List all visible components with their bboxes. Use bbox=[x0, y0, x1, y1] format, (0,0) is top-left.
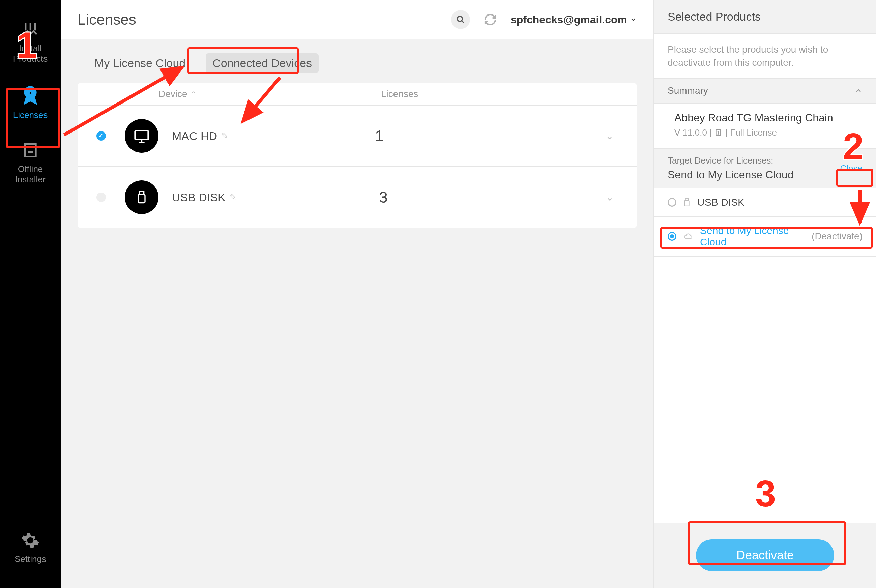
row-select-indicator[interactable] bbox=[96, 192, 106, 202]
svg-rect-3 bbox=[135, 131, 148, 140]
license-count: 3 bbox=[366, 188, 466, 206]
computer-icon bbox=[125, 119, 159, 153]
topbar: Licenses spfchecks@gmail.com bbox=[61, 0, 654, 40]
account-menu[interactable]: spfchecks@gmail.com bbox=[510, 14, 637, 26]
radio-icon bbox=[668, 198, 676, 207]
license-count: 1 bbox=[362, 127, 463, 145]
table-row[interactable]: MAC HD ✎ 1 ⌄ bbox=[78, 105, 637, 167]
refresh-button[interactable] bbox=[483, 13, 497, 26]
sidebar-item-offline-installer[interactable]: Offline Installer bbox=[0, 131, 61, 195]
product-item: Abbey Road TG Mastering Chain V 11.0.0 |… bbox=[654, 104, 876, 148]
col-device-label: Device bbox=[159, 88, 188, 99]
main-area: Licenses spfchecks@gmail.com My License … bbox=[61, 0, 654, 588]
expand-row[interactable]: ⌄ bbox=[596, 130, 623, 142]
target-device-section: Target Device for Licenses: Send to My L… bbox=[654, 148, 876, 189]
table-header: Device ⌃ Licenses bbox=[78, 83, 637, 105]
sidebar: Install Products Licenses Offline Instal… bbox=[0, 0, 61, 588]
devices-table: Device ⌃ Licenses MAC HD ✎ 1 ⌄ bbox=[78, 83, 637, 228]
sidebar-item-settings[interactable]: Settings bbox=[0, 521, 61, 574]
sidebar-item-licenses[interactable]: Licenses bbox=[0, 74, 61, 130]
refresh-icon bbox=[483, 13, 497, 26]
cloud-icon bbox=[682, 232, 694, 241]
product-name: Abbey Road TG Mastering Chain bbox=[674, 112, 862, 124]
sort-asc-icon: ⌃ bbox=[191, 90, 196, 98]
content: My License Cloud Connected Devices Devic… bbox=[61, 40, 654, 588]
radio-icon bbox=[668, 232, 676, 241]
svg-rect-5 bbox=[138, 195, 145, 203]
edit-icon[interactable]: ✎ bbox=[221, 131, 228, 141]
summary-toggle[interactable]: Summary bbox=[654, 78, 876, 104]
search-button[interactable] bbox=[451, 10, 470, 29]
target-option-cloud[interactable]: Send to My License Cloud (Deactivate) bbox=[654, 217, 876, 256]
chevron-down-icon: ⌄ bbox=[606, 192, 614, 202]
expand-row[interactable]: ⌄ bbox=[596, 192, 623, 203]
option-label: Send to My License Cloud bbox=[700, 225, 806, 248]
selected-products-panel: Selected Products Please select the prod… bbox=[654, 0, 876, 588]
target-option-usb[interactable]: USB DISK bbox=[654, 189, 876, 217]
tab-strip: My License Cloud Connected Devices bbox=[78, 40, 637, 83]
svg-rect-7 bbox=[685, 201, 689, 206]
chevron-down-icon: ⌄ bbox=[606, 131, 614, 141]
table-row[interactable]: USB DISK ✎ 3 ⌄ bbox=[78, 167, 637, 228]
row-select-indicator[interactable] bbox=[96, 131, 106, 141]
col-device[interactable]: Device ⌃ bbox=[159, 88, 381, 99]
sidebar-item-label: Install Products bbox=[13, 43, 48, 64]
summary-label: Summary bbox=[668, 85, 708, 96]
usb-icon bbox=[125, 180, 159, 214]
edit-icon[interactable]: ✎ bbox=[230, 192, 236, 202]
gear-icon bbox=[21, 531, 40, 550]
target-value: Send to My License Cloud bbox=[668, 169, 862, 181]
chevron-down-icon bbox=[630, 16, 637, 23]
device-name: MAC HD ✎ bbox=[172, 129, 228, 142]
target-label: Target Device for Licenses: bbox=[668, 155, 862, 166]
account-email: spfchecks@gmail.com bbox=[510, 14, 627, 26]
panel-title: Selected Products bbox=[654, 0, 876, 34]
product-meta: V 11.0.0 | 🗓 | Full License bbox=[674, 128, 862, 138]
usb-icon bbox=[682, 197, 691, 208]
tab-connected-devices[interactable]: Connected Devices bbox=[206, 53, 319, 73]
licenses-icon bbox=[20, 84, 41, 106]
page-title: Licenses bbox=[78, 11, 136, 28]
col-licenses[interactable]: Licenses bbox=[381, 88, 556, 99]
offline-installer-icon bbox=[21, 141, 40, 160]
option-suffix: (Deactivate) bbox=[812, 231, 862, 242]
svg-point-2 bbox=[457, 16, 462, 21]
device-name: USB DISK ✎ bbox=[172, 191, 236, 204]
panel-hint: Please select the products you wish to d… bbox=[654, 34, 876, 78]
sidebar-item-install-products[interactable]: Install Products bbox=[0, 10, 61, 74]
close-target-picker[interactable]: Close bbox=[840, 163, 862, 174]
option-label: USB DISK bbox=[697, 196, 744, 208]
panel-footer: Deactivate bbox=[654, 523, 876, 588]
search-icon bbox=[456, 15, 465, 24]
sidebar-item-label: Offline Installer bbox=[15, 164, 45, 185]
tab-my-license-cloud[interactable]: My License Cloud bbox=[88, 53, 192, 73]
deactivate-button[interactable]: Deactivate bbox=[696, 540, 834, 571]
install-icon bbox=[21, 20, 40, 39]
sidebar-item-label: Settings bbox=[15, 554, 46, 564]
sidebar-item-label: Licenses bbox=[13, 110, 48, 120]
chevron-up-icon bbox=[854, 87, 862, 95]
